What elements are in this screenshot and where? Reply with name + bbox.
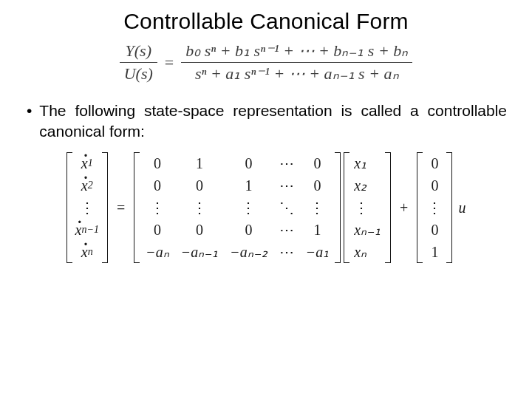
b-5: 1	[423, 244, 446, 261]
a-r4c1: 0	[140, 222, 175, 239]
x-vdots: ⋮	[349, 199, 385, 216]
a-r5c5: −a₁	[300, 243, 335, 261]
a-matrix: 0 0 ⋮ 0 −aₙ 1 0 ⋮ 0 −aₙ₋₁ 0 1 ⋮ 0 −aₙ₋₂	[134, 152, 341, 263]
a-r2c3: 1	[224, 177, 273, 194]
vdots: ⋮	[72, 199, 102, 216]
a-r4c4: ⋯	[273, 221, 300, 239]
bracket-left	[344, 152, 349, 263]
bullet-item: • The following state-space representati…	[25, 100, 507, 143]
b-vdots: ⋮	[423, 199, 446, 216]
b-4: 0	[423, 222, 446, 239]
x-1: x₁	[349, 154, 385, 172]
xdot-2: x2	[72, 177, 102, 194]
fraction-bar	[181, 62, 412, 63]
x-2: x₂	[349, 177, 385, 194]
xdot-vector: x1 x2 ⋮ xn−1 xn	[66, 152, 108, 263]
tf-right-den: sⁿ + a₁ sⁿ⁻¹ + ⋯ + aₙ₋₁ s + aₙ	[191, 64, 403, 83]
b-1: 0	[423, 155, 446, 172]
slide: Controllable Canonical Form Y(s) U(s) = …	[0, 0, 532, 399]
a-r4c5: 1	[300, 222, 335, 239]
tf-left-num: Y(s)	[121, 41, 156, 61]
a-r3c5: ⋮	[300, 199, 335, 216]
tf-left-fraction: Y(s) U(s)	[120, 41, 157, 84]
slide-title: Controllable Canonical Form	[22, 9, 510, 34]
a-r5c3: −aₙ₋₂	[224, 243, 273, 261]
state-equation: x1 x2 ⋮ xn−1 xn = 0 0 ⋮ 0 −aₙ 1 0 ⋮	[22, 152, 510, 263]
a-r5c4: ⋯	[273, 243, 300, 261]
a-r3c3: ⋮	[224, 199, 273, 216]
transfer-function: Y(s) U(s) = b₀ sⁿ + b₁ sⁿ⁻¹ + ⋯ + bₙ₋₁ s…	[22, 41, 510, 84]
bracket-left	[417, 152, 423, 263]
equals-sign: =	[165, 53, 174, 72]
b-2: 0	[423, 177, 446, 194]
plus-sign: +	[400, 200, 408, 216]
x-n: xₙ	[349, 243, 385, 261]
a-r4c2: 0	[175, 222, 225, 239]
a-r1c3: 0	[224, 155, 273, 172]
bracket-left	[134, 152, 140, 263]
equals-sign: =	[117, 200, 125, 216]
bullet-marker: •	[27, 100, 32, 121]
bracket-right	[446, 152, 452, 263]
x-vector: x₁ x₂ ⋮ xₙ₋₁ xₙ	[344, 152, 391, 263]
a-r3c4: ⋱	[273, 199, 300, 216]
tf-left-den: U(s)	[120, 64, 157, 83]
a-r1c1: 0	[140, 155, 175, 172]
input-u: u	[458, 200, 466, 216]
a-r3c1: ⋮	[140, 199, 175, 216]
fraction-bar	[120, 62, 157, 63]
xdot-n: xn	[72, 244, 102, 261]
a-r1c4: ⋯	[273, 154, 300, 172]
a-r4c3: 0	[224, 222, 273, 239]
a-r5c2: −aₙ₋₁	[175, 243, 225, 261]
bracket-left	[66, 152, 72, 263]
bracket-right	[385, 152, 391, 263]
a-r2c2: 0	[175, 177, 225, 194]
a-r2c5: 0	[300, 177, 335, 194]
a-r2c4: ⋯	[273, 177, 300, 194]
tf-right-num: b₀ sⁿ + b₁ sⁿ⁻¹ + ⋯ + bₙ₋₁ s + bₙ	[181, 41, 412, 61]
tf-right-fraction: b₀ sⁿ + b₁ sⁿ⁻¹ + ⋯ + bₙ₋₁ s + bₙ sⁿ + a…	[181, 41, 412, 84]
a-r1c5: 0	[300, 155, 335, 172]
x-n-1: xₙ₋₁	[349, 221, 385, 239]
bullet-text: The following state-space representation…	[39, 100, 507, 143]
b-vector: 0 0 ⋮ 0 1	[417, 152, 452, 263]
a-r2c1: 0	[140, 177, 175, 194]
bracket-right	[102, 152, 108, 263]
a-r1c2: 1	[175, 155, 225, 172]
a-r3c2: ⋮	[175, 199, 225, 216]
bracket-right	[335, 152, 341, 263]
a-r5c1: −aₙ	[140, 243, 175, 261]
